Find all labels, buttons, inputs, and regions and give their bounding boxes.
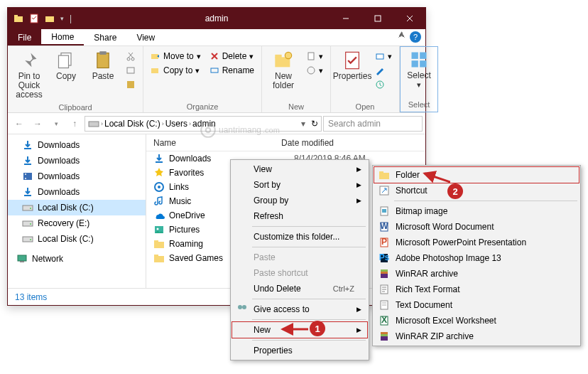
new-folder-button[interactable]: New folder [266,49,300,92]
sidebar-item-5[interactable]: Recovery (E:) [8,215,146,231]
svg-rect-83 [381,332,388,334]
select-button[interactable]: Select ▾ [402,48,436,90]
new-bitmap-image[interactable]: Bitmap image [374,203,579,219]
new-winrar-zip-archive[interactable]: WinRAR ZIP archive [374,328,579,344]
move-to-button[interactable]: Move to ▾ [148,49,204,63]
folder-icon [13,14,23,23]
svg-rect-3 [45,16,54,22]
rename-button[interactable]: Rename [207,63,257,78]
help-button[interactable]: ? [410,31,421,43]
new-rich-text-format[interactable]: Rich Text Format [374,282,579,297]
new-text-document[interactable]: Text Document [374,297,579,313]
ribbon-expand-icon[interactable]: ⮝ [398,31,405,38]
tab-home[interactable]: Home [41,29,84,46]
tab-share[interactable]: Share [84,29,126,46]
new-adobe-photoshop-image-13[interactable]: PsAdobe Photoshop Image 13 [374,250,579,266]
svg-text:Ps: Ps [379,252,390,262]
crumb-1[interactable]: Users [165,119,187,129]
svg-point-35 [25,173,26,175]
sidebar-item-3[interactable]: Downloads [8,184,146,200]
svg-rect-27 [412,53,418,59]
copy-button[interactable]: Copy [49,49,83,82]
title-bar[interactable]: ▾ | admin [8,8,425,29]
ctx-paste-shortcut: Paste shortcut [232,265,367,281]
col-name[interactable]: Name [153,138,281,148]
ctx-undo[interactable]: Undo DeleteCtrl+Z [232,281,367,296]
ctx-group[interactable]: Group by▶ [232,193,367,208]
callout-2: 2 [447,183,463,199]
folder-qat-icon [45,14,55,23]
tab-view[interactable]: View [126,29,165,46]
svg-rect-60 [379,171,383,173]
svg-rect-28 [420,53,426,59]
svg-rect-72 [381,272,388,274]
breadcrumb[interactable]: ›Local Disk (C:) ›Users ›admin ▾ ↻ [85,116,322,132]
svg-rect-1 [14,15,18,17]
new-folder[interactable]: Folder [374,166,579,183]
ctx-refresh[interactable]: Refresh [232,208,367,224]
svg-rect-52 [154,240,158,242]
sidebar-network[interactable]: Network [8,251,146,267]
ctx-sort[interactable]: Sort by▶ [232,177,367,193]
svg-rect-42 [23,237,33,242]
col-date[interactable]: Date modified [281,138,334,148]
ctx-give-access[interactable]: Give access to▶ [232,301,367,317]
copy-to-button[interactable]: Copy to ▾ [148,63,204,78]
select-label: Select [402,99,436,110]
tab-file[interactable]: File [8,29,41,46]
svg-rect-30 [420,60,426,67]
back-button[interactable]: ← [11,115,28,132]
svg-point-58 [242,305,246,309]
sidebar-item-0[interactable]: Downloads [8,137,146,153]
ctx-view[interactable]: View▶ [232,161,367,177]
sidebar-item-6[interactable]: Local Disk (C:) [8,231,146,247]
search-input[interactable]: Search admin [323,116,423,132]
sidebar-item-1[interactable]: Downloads [8,153,146,169]
new-microsoft-word-document[interactable]: WMicrosoft Word Document [374,219,579,235]
up-button[interactable]: ↑ [66,115,83,132]
sidebar-item-4[interactable]: Local Disk (C:) [8,200,146,215]
new-item-button[interactable]: ▾ [303,49,326,63]
maximize-button[interactable] [361,8,393,29]
ctx-customize[interactable]: Customize this folder... [232,229,367,245]
svg-point-57 [238,305,242,309]
svg-rect-9 [59,55,69,68]
svg-rect-22 [308,53,314,60]
clipboard-label: Clipboard [12,102,138,113]
properties-button[interactable]: Properties [335,49,369,82]
new-microsoft-excel-worksheet[interactable]: XMicrosoft Excel Worksheet [374,313,579,328]
close-button[interactable] [393,8,425,29]
arrow-2 [422,169,450,186]
copy-path-button[interactable] [123,63,138,78]
properties-qat-icon[interactable] [29,14,39,23]
svg-rect-15 [127,81,134,88]
nav-tree[interactable]: DownloadsDownloadsDownloadsDownloadsLoca… [8,134,146,288]
recent-button[interactable]: ▾ [48,115,65,132]
svg-rect-45 [20,261,24,262]
history-button[interactable] [372,78,395,92]
forward-button[interactable]: → [29,115,46,132]
window-title: admin [205,14,229,23]
cut-button[interactable] [123,49,138,63]
pin-button[interactable]: Pin to Quick access [12,49,46,102]
crumb-2[interactable]: admin [192,119,216,129]
svg-point-36 [25,178,26,179]
ctx-properties[interactable]: Properties [232,343,367,358]
ribbon: Pin to Quick access Copy Paste Clipboard… [8,46,425,113]
easy-access-button[interactable]: ▾ [303,63,326,78]
sidebar-item-2[interactable]: Downloads [8,169,146,184]
edit-button[interactable] [372,63,395,78]
new-microsoft-powerpoint-presentation[interactable]: PMicrosoft PowerPoint Presentation [374,235,579,250]
svg-point-41 [30,223,31,225]
svg-rect-38 [23,205,33,210]
minimize-button[interactable] [330,8,361,29]
svg-text:X: X [381,315,387,325]
new-shortcut[interactable]: Shortcut [374,183,579,198]
ribbon-tabs: File Home Share View ⮝ ? [8,29,425,46]
paste-shortcut-rb[interactable] [123,78,138,92]
paste-button[interactable]: Paste [86,49,120,82]
crumb-0[interactable]: Local Disk (C:) [104,119,160,129]
new-winrar-archive[interactable]: WinRAR archive [374,266,579,282]
open-button[interactable]: ▾ [372,49,395,63]
delete-button[interactable]: Delete ▾ [207,49,257,63]
